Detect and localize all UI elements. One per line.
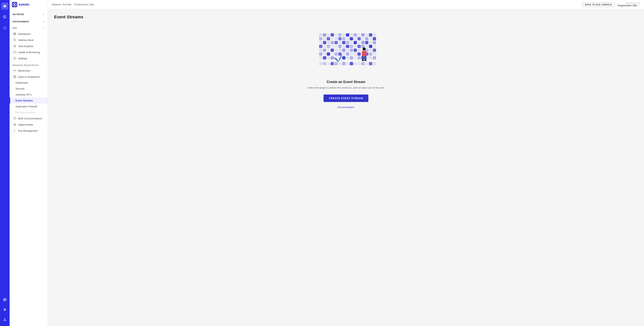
environment-section-header[interactable]: ENVIRONMENT <box>10 18 48 25</box>
svg-rect-40 <box>338 33 342 36</box>
sidebar-item-b2b[interactable]: B2B Communications <box>10 115 48 122</box>
svg-rect-61 <box>361 37 364 40</box>
globe-icon[interactable] <box>1 13 8 20</box>
svg-rect-35 <box>319 33 322 36</box>
org-value: Organization ABC <box>618 4 640 7</box>
svg-rect-75 <box>358 41 361 44</box>
svg-rect-93 <box>369 45 372 48</box>
svg-rect-114 <box>334 52 338 56</box>
sidebar-item-settings[interactable]: Settings <box>10 55 48 61</box>
svg-rect-49 <box>373 33 376 36</box>
home-icon[interactable] <box>1 3 8 9</box>
svg-rect-46 <box>361 33 364 36</box>
svg-rect-143 <box>330 62 334 65</box>
sidebar-dev-item[interactable]: Dev <box>10 25 48 31</box>
documentation-link[interactable]: Documentation <box>338 106 354 109</box>
network-section-header[interactable]: NETWORK <box>10 10 48 18</box>
sidebar-item-dashboard[interactable]: Dashboard <box>10 31 48 37</box>
sidebar-item-data-explorer[interactable]: Data Explorer <box>10 43 48 49</box>
sidebar-sub-gateway[interactable]: Gateway API's <box>10 92 48 98</box>
svg-rect-52 <box>327 37 330 40</box>
sidebar-item-digital[interactable]: Digital Assets <box>10 122 48 128</box>
breadcrumb-env: Environment: Dev <box>74 3 94 6</box>
help-icon[interactable] <box>1 296 8 303</box>
svg-rect-139 <box>373 56 376 59</box>
create-event-stream-button[interactable]: CREATE EVENT STREAM <box>324 95 368 102</box>
breadcrumb-network: Network: Test Net <box>52 3 71 6</box>
org-select[interactable]: ORGANIZATION Organization ABC <box>618 2 640 7</box>
nodes-icon[interactable] <box>1 24 8 31</box>
org-label: ORGANIZATION <box>626 2 640 4</box>
svg-rect-108 <box>369 49 372 52</box>
sidebar-item-blockchain[interactable]: Blockchain <box>10 68 48 74</box>
svg-rect-86 <box>342 45 346 48</box>
breadcrumb-separator: / <box>72 3 73 6</box>
svg-rect-131 <box>342 56 346 59</box>
page-title: Event Streams <box>54 14 638 19</box>
svg-rect-94 <box>373 45 376 48</box>
svg-point-33 <box>14 131 15 132</box>
svg-rect-92 <box>365 45 368 48</box>
svg-rect-150 <box>358 62 361 65</box>
svg-rect-41 <box>342 33 346 36</box>
svg-rect-47 <box>365 33 368 36</box>
svg-rect-72 <box>346 41 349 44</box>
svg-point-0 <box>4 26 5 27</box>
svg-rect-123 <box>369 52 372 56</box>
svg-rect-144 <box>334 62 338 65</box>
sidebar-sub-firewall[interactable]: Application Firewall <box>10 104 48 109</box>
sidebar-item-key[interactable]: Key Management <box>10 128 48 134</box>
bell-icon[interactable] <box>1 306 8 313</box>
svg-rect-88 <box>350 45 353 48</box>
illustration <box>315 33 376 75</box>
svg-rect-27 <box>14 75 14 77</box>
svg-rect-74 <box>354 41 357 44</box>
svg-rect-39 <box>334 33 338 36</box>
svg-rect-38 <box>330 33 334 36</box>
sidebar-sub-security[interactable]: Security <box>10 86 48 92</box>
svg-rect-84 <box>334 45 338 48</box>
svg-point-159 <box>362 60 364 61</box>
svg-rect-82 <box>327 45 330 48</box>
sidebar-item-health[interactable]: Health & Monitoring <box>10 49 48 55</box>
svg-rect-42 <box>346 33 349 36</box>
svg-rect-104 <box>354 49 357 52</box>
sidebar-sub-event-streams[interactable]: Event Streams <box>10 98 48 104</box>
svg-rect-134 <box>354 56 357 59</box>
svg-rect-98 <box>330 49 334 52</box>
svg-rect-109 <box>373 49 376 52</box>
logo-area[interactable]: kaleido <box>10 0 48 10</box>
svg-rect-10 <box>15 33 16 34</box>
svg-rect-43 <box>350 33 353 36</box>
svg-rect-99 <box>334 49 338 52</box>
svg-point-155 <box>363 47 366 50</box>
svg-rect-44 <box>354 33 357 36</box>
svg-rect-78 <box>369 41 372 44</box>
svg-rect-142 <box>327 62 330 65</box>
svg-rect-128 <box>330 56 334 59</box>
sidebar-sub-dashboard[interactable]: Dashboard <box>10 80 48 86</box>
svg-rect-30 <box>15 77 16 78</box>
svg-rect-101 <box>342 49 346 52</box>
svg-rect-103 <box>350 49 353 52</box>
sidebar-third-party[interactable]: 3rd Party Services <box>10 109 48 115</box>
user-icon[interactable] <box>1 316 8 323</box>
svg-rect-13 <box>14 39 16 41</box>
sidebar-item-address-book[interactable]: Address Book <box>10 37 48 43</box>
svg-rect-127 <box>327 56 330 59</box>
svg-rect-85 <box>338 45 342 48</box>
svg-rect-64 <box>373 37 376 40</box>
svg-rect-157 <box>362 56 364 60</box>
svg-rect-147 <box>346 62 349 65</box>
svg-rect-66 <box>323 41 326 44</box>
svg-rect-68 <box>330 41 334 44</box>
svg-point-8 <box>14 4 15 5</box>
sidebar-item-apps[interactable]: Apps & Integrations <box>10 74 48 80</box>
svg-rect-54 <box>334 37 338 40</box>
svg-rect-112 <box>327 52 330 56</box>
svg-rect-65 <box>319 41 322 44</box>
svg-rect-12 <box>15 34 16 35</box>
svg-rect-67 <box>327 41 330 44</box>
back-to-console-button[interactable]: BACK TO OLD CONSOLE <box>582 2 615 7</box>
svg-rect-100 <box>338 49 342 52</box>
